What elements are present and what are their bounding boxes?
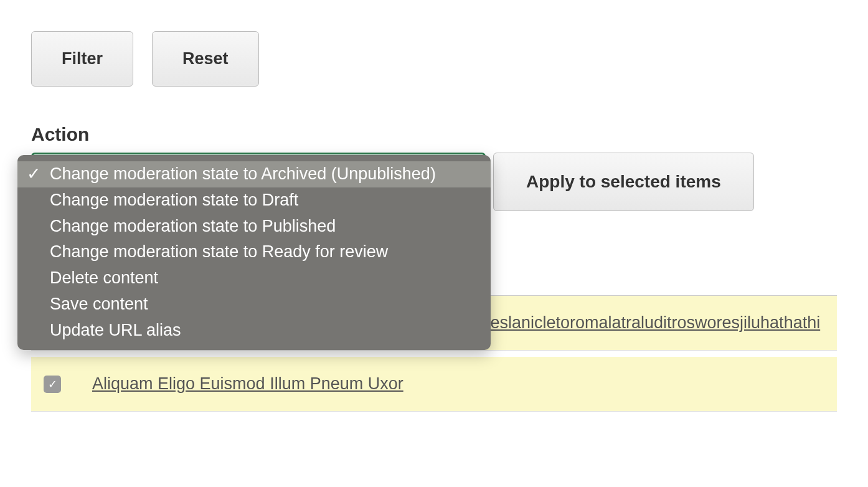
row-divider: [31, 351, 837, 357]
action-option-published[interactable]: Change moderation state to Published: [17, 214, 491, 240]
action-option-save[interactable]: Save content: [17, 291, 491, 318]
reset-button[interactable]: Reset: [152, 31, 259, 87]
table-row: ✓ Aliquam Eligo Euismod Illum Pneum Uxor: [31, 357, 837, 412]
filter-button[interactable]: Filter: [31, 31, 133, 87]
action-option-label: Change moderation state to Ready for rev…: [50, 240, 388, 264]
action-option-label: Change moderation state to Published: [50, 215, 336, 239]
action-option-archived[interactable]: ✓ Change moderation state to Archived (U…: [17, 161, 491, 187]
action-option-label: Change moderation state to Draft: [50, 189, 298, 212]
action-option-label: Update URL alias: [50, 319, 181, 343]
action-dropdown: ✓ Change moderation state to Archived (U…: [17, 155, 491, 350]
action-option-label: Change moderation state to Archived (Unp…: [50, 163, 436, 186]
action-option-delete[interactable]: Delete content: [17, 265, 491, 291]
action-option-url-alias[interactable]: Update URL alias: [17, 318, 491, 344]
row-title-link[interactable]: Aliquam Eligo Euismod Illum Pneum Uxor: [92, 371, 403, 397]
action-option-ready-review[interactable]: Change moderation state to Ready for rev…: [17, 239, 491, 265]
action-option-label: Delete content: [50, 267, 158, 290]
action-option-label: Save content: [50, 293, 148, 316]
check-icon: ✓: [17, 163, 50, 186]
apply-button[interactable]: Apply to selected items: [493, 153, 754, 211]
row-checkbox[interactable]: ✓: [44, 376, 61, 393]
action-option-draft[interactable]: Change moderation state to Draft: [17, 187, 491, 214]
action-label: Action: [31, 124, 837, 145]
